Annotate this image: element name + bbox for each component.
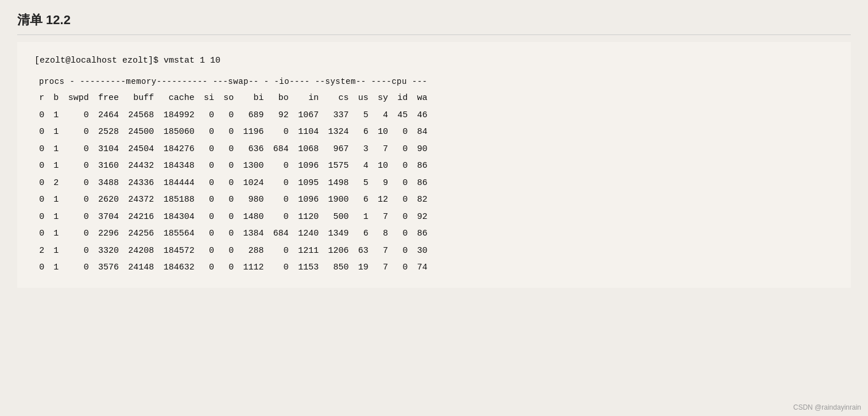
watermark: CSDN @raindayinrain [793,403,861,411]
cell-7-11: 1349 [323,225,353,242]
cell-9-5: 184632 [158,259,199,276]
col-header-r: r [34,90,49,107]
cell-0-6: 0 [199,107,219,124]
cell-1-12: 6 [354,124,373,141]
cell-3-13: 10 [373,157,393,175]
cell-5-1: 1 [49,191,63,209]
cell-3-6: 0 [199,157,219,175]
cell-2-10: 1068 [293,141,323,158]
cell-5-3: 2620 [94,191,123,209]
col-header-buff: buff [123,90,158,107]
cell-4-5: 184444 [158,175,199,192]
col-header-si: si [199,90,219,107]
col-header-swpd: swpd [63,90,93,107]
cell-6-2: 0 [63,209,93,226]
cell-8-10: 1211 [293,242,323,260]
cell-3-11: 1575 [323,157,353,175]
cell-9-0: 0 [34,259,49,276]
cell-6-0: 0 [34,209,49,226]
cell-9-8: 1112 [238,259,268,276]
cell-9-13: 7 [373,259,393,276]
cell-9-1: 1 [49,259,63,276]
cell-4-13: 9 [373,175,393,192]
cell-8-3: 3320 [94,242,123,260]
cell-9-9: 0 [269,259,293,276]
col-header-id: id [393,90,412,107]
cell-2-0: 0 [34,141,49,158]
cell-0-3: 2464 [94,107,123,124]
cell-5-8: 980 [238,191,268,209]
col-header-in: in [293,90,323,107]
cell-9-3: 3576 [94,259,123,276]
cell-5-5: 185188 [158,191,199,209]
cell-0-14: 45 [393,107,412,124]
cell-5-10: 1096 [293,191,323,209]
cell-9-12: 19 [354,259,373,276]
cell-7-15: 86 [412,225,432,242]
cell-4-2: 0 [63,175,93,192]
cell-8-14: 0 [393,242,412,260]
cell-1-5: 185060 [158,124,199,141]
cell-9-7: 0 [219,259,238,276]
cell-1-7: 0 [219,124,238,141]
cell-9-10: 1153 [293,259,323,276]
cell-1-10: 1104 [293,124,323,141]
col-header-us: us [354,90,373,107]
table-row: 01026202437218518800980010961900612082 [34,191,432,209]
cell-8-5: 184572 [158,242,199,260]
cell-2-12: 3 [354,141,373,158]
cell-3-10: 1096 [293,157,323,175]
cell-0-9: 92 [269,107,293,124]
cell-6-14: 0 [393,209,412,226]
cell-5-0: 0 [34,191,49,209]
cell-2-8: 636 [238,141,268,158]
cell-1-11: 1324 [323,124,353,141]
cell-6-11: 500 [323,209,353,226]
col-header-free: free [94,90,123,107]
cell-6-1: 1 [49,209,63,226]
cell-1-4: 24500 [123,124,158,141]
cell-7-6: 0 [199,225,219,242]
cell-3-1: 1 [49,157,63,175]
cell-4-14: 0 [393,175,412,192]
cell-6-8: 1480 [238,209,268,226]
cell-4-4: 24336 [123,175,158,192]
cell-1-13: 10 [373,124,393,141]
cell-3-0: 0 [34,157,49,175]
col-header-b: b [49,90,63,107]
cell-5-11: 1900 [323,191,353,209]
cell-1-0: 0 [34,124,49,141]
cell-4-3: 3488 [94,175,123,192]
cell-8-11: 1206 [323,242,353,260]
cell-3-4: 24432 [123,157,158,175]
cell-8-9: 0 [269,242,293,260]
table-row: 0102296242561855640013846841240134968086 [34,225,432,242]
cell-3-8: 1300 [238,157,268,175]
command-line: [ezolt@localhost ezolt]$ vmstat 1 10 [34,53,834,68]
cell-0-2: 0 [63,107,93,124]
cell-0-10: 1067 [293,107,323,124]
cell-7-12: 6 [354,225,373,242]
cell-4-10: 1095 [293,175,323,192]
cell-6-4: 24216 [123,209,158,226]
cell-5-14: 0 [393,191,412,209]
cell-7-0: 0 [34,225,49,242]
cell-7-4: 24256 [123,225,158,242]
cell-7-2: 0 [63,225,93,242]
cell-6-3: 3704 [94,209,123,226]
table-row: 01031042450418427600636684106896737090 [34,141,432,158]
col-header-bo: bo [269,90,293,107]
cell-0-11: 337 [323,107,353,124]
terminal-block: [ezolt@localhost ezolt]$ vmstat 1 10 pro… [17,42,851,288]
cell-5-6: 0 [199,191,219,209]
table-row: 01035762414818463200111201153850197074 [34,259,432,276]
cell-6-10: 1120 [293,209,323,226]
table-row: 21033202420818457200288012111206637030 [34,242,432,260]
column-header-row: rbswpdfreebuffcachesisobiboincsussyidwa [34,90,432,107]
cell-2-1: 1 [49,141,63,158]
cell-1-8: 1196 [238,124,268,141]
table-row: 01024642456818499200689921067337544546 [34,107,432,124]
col-header-cs: cs [323,90,353,107]
cell-9-2: 0 [63,259,93,276]
cell-9-4: 24148 [123,259,158,276]
